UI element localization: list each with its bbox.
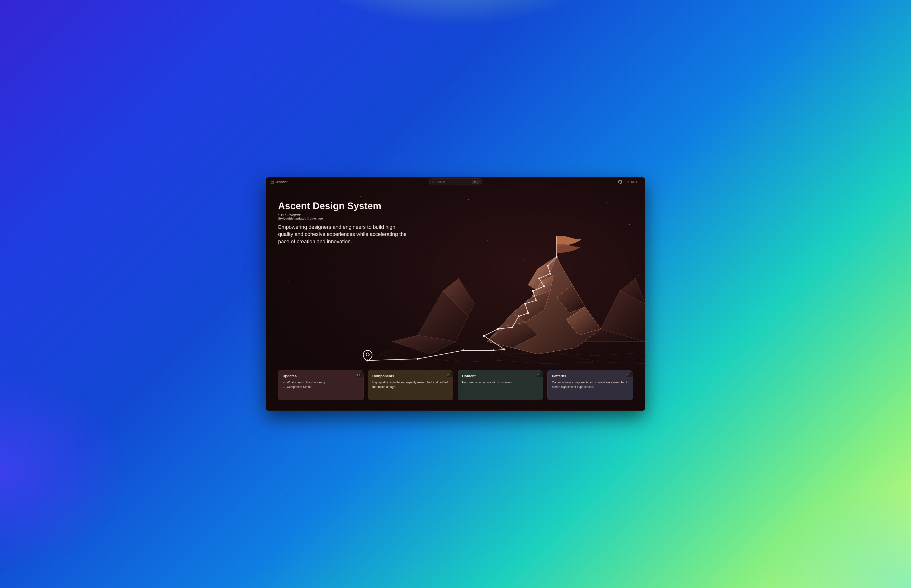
svg-marker-27 bbox=[513, 291, 550, 323]
svg-point-44 bbox=[532, 290, 534, 292]
brand-name: ascent bbox=[277, 180, 288, 184]
updated-line: Styleguide updated 3 days ago bbox=[278, 217, 445, 220]
svg-marker-29 bbox=[557, 284, 585, 313]
app-window: ascent Search ⌘ K Dark bbox=[266, 177, 645, 411]
search-shortcut: ⌘ K bbox=[472, 180, 479, 184]
hero-meta: 1.11.1 - 24Q2C2 Styleguide updated 3 day… bbox=[278, 213, 445, 220]
svg-point-8 bbox=[629, 224, 630, 225]
cards-row: Updates What's new in the changelog Comp… bbox=[278, 370, 633, 400]
svg-point-7 bbox=[607, 202, 608, 203]
svg-point-12 bbox=[348, 256, 348, 257]
svg-point-5 bbox=[544, 196, 544, 197]
svg-point-33 bbox=[417, 358, 419, 360]
svg-marker-30 bbox=[566, 307, 601, 335]
card-title: Patterns bbox=[552, 374, 628, 378]
svg-point-47 bbox=[549, 273, 551, 275]
brand[interactable]: ascent bbox=[270, 180, 288, 184]
card-title: Components bbox=[372, 374, 449, 378]
svg-marker-21 bbox=[417, 291, 468, 341]
svg-point-34 bbox=[463, 349, 464, 351]
card-updates[interactable]: Updates What's new in the changelog Comp… bbox=[278, 370, 364, 400]
version-line: 1.11.1 - 24Q2C2 bbox=[278, 213, 301, 217]
svg-point-15 bbox=[638, 275, 639, 276]
theme-switcher[interactable]: Dark bbox=[627, 180, 641, 184]
svg-point-1 bbox=[360, 196, 361, 197]
search-input[interactable]: Search ⌘ K bbox=[429, 178, 482, 186]
svg-point-11 bbox=[525, 259, 526, 260]
svg-point-38 bbox=[497, 328, 499, 330]
card-desc: High quality digital legos, expertly res… bbox=[372, 380, 449, 389]
list-item: Component Status bbox=[287, 385, 359, 389]
svg-point-35 bbox=[492, 349, 494, 351]
card-desc: How we communicate with customers bbox=[462, 380, 539, 385]
svg-marker-24 bbox=[487, 256, 601, 354]
card-components[interactable]: Components High quality digital legos, e… bbox=[368, 370, 453, 400]
svg-point-49 bbox=[556, 256, 558, 258]
svg-point-3 bbox=[468, 199, 469, 200]
external-link-icon bbox=[536, 373, 539, 376]
svg-point-42 bbox=[524, 302, 526, 304]
page-title: Ascent Design System bbox=[278, 200, 445, 211]
svg-point-14 bbox=[563, 272, 563, 272]
card-patterns[interactable]: Patterns Common ways components and cont… bbox=[547, 370, 633, 400]
svg-point-51 bbox=[432, 181, 434, 183]
theme-icon bbox=[627, 181, 629, 183]
svg-point-41 bbox=[527, 312, 529, 314]
card-title: Updates bbox=[283, 374, 359, 378]
svg-marker-25 bbox=[528, 256, 557, 291]
svg-point-52 bbox=[628, 181, 629, 183]
external-link-icon bbox=[357, 373, 360, 376]
svg-point-17 bbox=[322, 310, 323, 310]
svg-point-4 bbox=[506, 218, 506, 219]
svg-point-50 bbox=[366, 353, 369, 356]
svg-point-6 bbox=[575, 212, 576, 212]
svg-point-36 bbox=[503, 348, 505, 350]
github-link[interactable] bbox=[618, 180, 622, 184]
svg-marker-19 bbox=[620, 278, 645, 304]
svg-point-32 bbox=[367, 359, 369, 361]
svg-marker-18 bbox=[601, 291, 645, 341]
svg-marker-20 bbox=[582, 329, 645, 341]
search-icon bbox=[432, 180, 435, 183]
svg-marker-22 bbox=[443, 278, 474, 316]
hero-lead: Empowering designers and engineers to bu… bbox=[278, 224, 411, 245]
card-content[interactable]: Content How we communicate with customer… bbox=[458, 370, 543, 400]
svg-point-40 bbox=[518, 315, 519, 317]
external-link-icon bbox=[447, 373, 450, 376]
svg-point-45 bbox=[543, 285, 545, 287]
hero: Ascent Design System 1.11.1 - 24Q2C2 Sty… bbox=[278, 200, 445, 245]
svg-point-10 bbox=[487, 240, 487, 241]
card-list: What's new in the changelog Component St… bbox=[283, 380, 359, 389]
svg-point-39 bbox=[511, 326, 513, 328]
card-title: Content bbox=[462, 374, 539, 378]
chevron-down-icon bbox=[638, 181, 641, 183]
svg-point-16 bbox=[288, 281, 288, 282]
svg-marker-23 bbox=[392, 335, 455, 354]
external-link-icon bbox=[626, 373, 629, 376]
divider bbox=[624, 180, 625, 184]
search-placeholder: Search bbox=[437, 180, 470, 184]
theme-label: Dark bbox=[631, 180, 637, 184]
svg-point-48 bbox=[547, 265, 549, 267]
svg-marker-26 bbox=[531, 275, 553, 297]
svg-marker-28 bbox=[487, 323, 537, 348]
svg-point-13 bbox=[597, 250, 598, 250]
brand-logo-icon bbox=[270, 180, 275, 184]
list-item: What's new in the changelog bbox=[287, 380, 359, 385]
svg-point-46 bbox=[538, 278, 540, 279]
topbar: ascent Search ⌘ K Dark bbox=[266, 177, 645, 186]
topbar-right: Dark bbox=[618, 180, 641, 184]
card-desc: Common ways components and content are a… bbox=[552, 380, 628, 389]
svg-point-37 bbox=[483, 335, 485, 337]
svg-point-43 bbox=[535, 299, 537, 301]
